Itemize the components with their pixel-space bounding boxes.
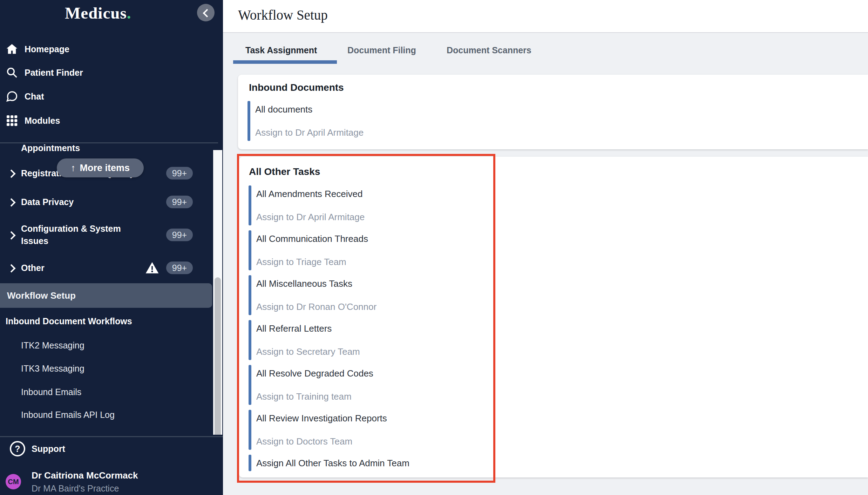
task-accent-bar <box>249 275 251 315</box>
sidebar-item-itk3-messaging[interactable]: ITK3 Messaging <box>21 361 84 376</box>
page-header: Workflow Setup <box>223 0 868 33</box>
sidebar-item-label: Patient Finder <box>25 65 83 80</box>
sidebar-item-inbound-emails-api-log[interactable]: Inbound Emails API Log <box>21 407 115 422</box>
task-accent-bar <box>247 101 250 141</box>
chevron-right-icon <box>7 198 15 206</box>
tab-document-filing[interactable]: Document Filing <box>347 42 416 58</box>
avatar[interactable]: CM <box>6 474 21 489</box>
all-other-tasks-card: All Other Tasks All Amendments ReceivedA… <box>239 157 868 477</box>
tab-document-scanners[interactable]: Document Scanners <box>447 42 531 58</box>
sidebar-item-label: Homepage <box>25 41 69 57</box>
all-other-tasks-heading: All Other Tasks <box>249 164 320 179</box>
sidebar-scroll-area: Appointments Registration & Data Quality… <box>0 144 223 435</box>
task-accent-bar <box>249 365 251 405</box>
task-rule-title[interactable]: All Miscellaneous Tasks <box>256 276 352 291</box>
sidebar-item-configuration-system-issues[interactable]: Configuration & System Issues99+ <box>0 227 223 243</box>
home-icon <box>6 43 18 55</box>
sidebar-item-label: Chat <box>25 89 44 104</box>
task-rule-title[interactable]: All Communication Threads <box>256 231 368 246</box>
task-accent-bar <box>249 230 251 270</box>
page-title: Workflow Setup <box>238 4 328 26</box>
task-rule-title[interactable]: All documents <box>255 102 312 117</box>
chat-icon <box>6 90 18 103</box>
sidebar-item-label: Modules <box>25 113 60 128</box>
chevron-right-icon <box>7 264 15 272</box>
sidebar-collapse-button[interactable] <box>197 4 215 21</box>
task-accent-bar <box>249 185 251 225</box>
sidebar-item-homepage[interactable]: Homepage <box>0 41 223 57</box>
tab-task-assignment[interactable]: Task Assignment <box>245 42 317 58</box>
divider <box>0 142 218 143</box>
task-rule-title[interactable]: All Resolve Degraded Codes <box>256 366 373 381</box>
task-accent-bar <box>249 320 251 360</box>
count-badge: 99+ <box>166 196 193 208</box>
inbound-documents-heading: Inbound Documents <box>249 80 344 95</box>
count-badge: 99+ <box>166 262 193 274</box>
task-rule-assignment[interactable]: Assign to Doctors Team <box>256 434 352 449</box>
task-rule-assignment[interactable]: Assign to Dr Ronan O'Connor <box>256 299 377 314</box>
logo-dot: . <box>127 4 131 22</box>
inbound-documents-card: Inbound Documents All documentsAssign to… <box>238 75 868 149</box>
task-rule-title[interactable]: All Amendments Received <box>256 186 362 202</box>
task-rule-title[interactable]: Assign All Other Tasks to Admin Team <box>256 455 409 471</box>
sidebar-scrollbar-thumb[interactable] <box>215 277 221 435</box>
chevron-left-icon <box>203 9 211 17</box>
sidebar-item-label: Other <box>21 260 45 276</box>
task-accent-bar <box>249 455 251 471</box>
more-items-button[interactable]: ↑More items <box>57 158 144 177</box>
sidebar-item-patient-finder[interactable]: Patient Finder <box>0 65 223 80</box>
main-content: Workflow Setup Task AssignmentDocument F… <box>223 0 868 495</box>
task-rule-assignment[interactable]: Assign to Triage Team <box>256 254 346 270</box>
task-rule-assignment[interactable]: Assign to Dr April Armitage <box>256 209 365 225</box>
task-rule-assignment[interactable]: Assign to Secretary Team <box>256 344 360 359</box>
user-name: Dr Caitriona McCormack <box>32 469 138 482</box>
sidebar-item-chat[interactable]: Chat <box>0 89 223 104</box>
sidebar-item-appointments[interactable]: Appointments <box>21 144 80 155</box>
modules-grid-icon <box>6 114 18 127</box>
arrow-up-icon: ↑ <box>71 163 76 173</box>
count-badge: 99+ <box>166 229 193 241</box>
medicus-logo: Medicus. <box>65 4 131 22</box>
divider <box>0 436 223 437</box>
task-accent-bar <box>249 410 251 450</box>
sidebar-item-other[interactable]: Other99+ <box>0 260 223 276</box>
count-badge: 99+ <box>166 167 193 179</box>
sidebar-item-label: Configuration & System Issues <box>21 223 137 247</box>
sidebar-item-data-privacy[interactable]: Data Privacy99+ <box>0 194 223 210</box>
sidebar-section-inbound-document-workflows: Inbound Document Workflows <box>6 313 132 329</box>
sidebar-item-workflow-setup[interactable]: Workflow Setup <box>0 283 212 308</box>
search-icon <box>6 66 18 79</box>
warning-icon <box>144 261 160 275</box>
task-rule-title[interactable]: All Review Investigation Reports <box>256 411 387 426</box>
task-rule-title[interactable]: All Referral Letters <box>256 321 332 336</box>
sidebar-item-label: Data Privacy <box>21 194 74 210</box>
support-button[interactable]: Support <box>32 441 65 456</box>
task-rule-assignment[interactable]: Assign to Dr April Armitage <box>255 125 364 140</box>
sidebar-item-itk2-messaging[interactable]: ITK2 Messaging <box>21 338 84 353</box>
help-circle-icon: ? <box>10 441 25 456</box>
task-rule-assignment[interactable]: Assign to Training team <box>256 389 352 404</box>
sidebar-item-modules[interactable]: Modules <box>0 113 223 128</box>
chevron-right-icon <box>7 169 15 178</box>
active-tab-underline <box>233 60 337 64</box>
sidebar-item-inbound-emails[interactable]: Inbound Emails <box>21 384 81 400</box>
user-practice: Dr MA Baird's Practice <box>32 482 119 494</box>
chevron-right-icon <box>7 231 15 239</box>
sidebar: Medicus. HomepagePatient FinderChatModul… <box>0 0 223 495</box>
